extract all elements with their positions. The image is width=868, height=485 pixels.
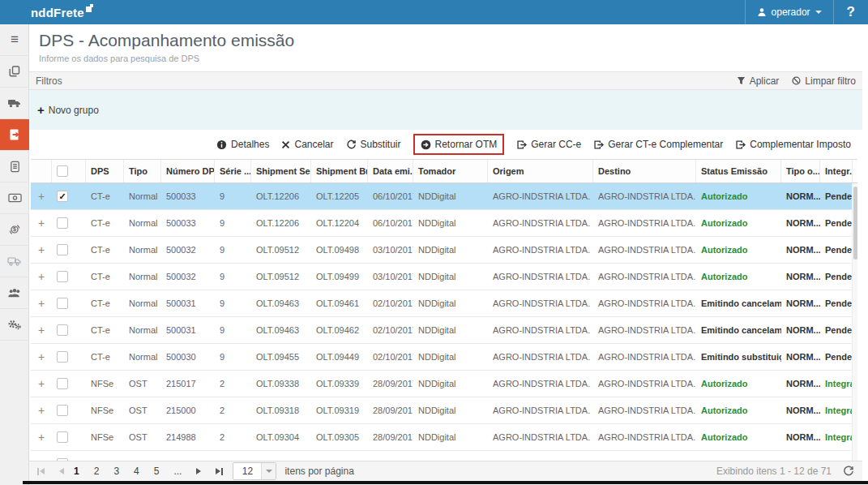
- table-row[interactable]: +NFSeOST2150172OLT.09338OLT.0933928/09/2…: [31, 371, 857, 397]
- apply-filter-label: Aplicar: [750, 75, 780, 87]
- cell-data: 02/10/2017: [368, 317, 413, 343]
- column-header-sell[interactable]: Shipment Sell: [251, 160, 311, 182]
- new-group-label: Novo grupo: [49, 105, 99, 116]
- complementar-imposto-button[interactable]: Complementar Imposto: [735, 139, 851, 150]
- column-header-tomador[interactable]: Tomador: [413, 160, 488, 182]
- page-size-select[interactable]: 12: [233, 462, 276, 480]
- column-header-destino[interactable]: Destino: [593, 160, 696, 182]
- row-expander[interactable]: +: [31, 183, 52, 209]
- detalhes-button[interactable]: Detalhes: [216, 139, 269, 150]
- table-row[interactable]: +CT-eNormal5000319OLT.09463OLT.0946102/1…: [31, 290, 857, 317]
- scrollbar-thumb[interactable]: [853, 187, 857, 260]
- cell-numero: 215000: [161, 397, 215, 423]
- pager-next-button[interactable]: [196, 468, 201, 474]
- apply-filter-button[interactable]: Aplicar: [737, 75, 780, 87]
- row-expander[interactable]: +: [31, 344, 52, 370]
- column-header-status[interactable]: Status Emissão: [696, 160, 781, 182]
- cancelar-button[interactable]: Cancelar: [281, 139, 333, 150]
- substituir-button[interactable]: Substituir: [346, 139, 401, 150]
- column-header-dps[interactable]: DPS: [86, 160, 124, 182]
- sidebar-item-fleet[interactable]: [0, 88, 29, 119]
- sidebar-item-dps-emission[interactable]: [0, 119, 29, 151]
- cell-serie: 2: [215, 424, 251, 450]
- cell-serie: 2: [215, 371, 251, 397]
- table-row[interactable]: +NFSeOST2149882OLT.09304OLT.0930528/09/2…: [31, 424, 857, 451]
- sidebar-item-users[interactable]: [0, 277, 29, 309]
- table-row[interactable]: +CT-eNormal5000309OLT.09455OLT.0944902/1…: [31, 344, 857, 371]
- column-header-check[interactable]: [52, 160, 86, 182]
- pager-first-button[interactable]: [37, 468, 45, 475]
- refresh-icon[interactable]: [843, 466, 854, 477]
- help-button[interactable]: ?: [833, 0, 868, 24]
- table-row[interactable]: +CT-eNormal5000319OLT.09463OLT.0946202/1…: [31, 317, 857, 344]
- clear-filter-button[interactable]: Limpar filtro: [792, 75, 856, 87]
- cell-tipo: Normal: [124, 344, 161, 370]
- select-all-checkbox[interactable]: [57, 165, 68, 177]
- pager-page-3[interactable]: 3: [113, 466, 119, 477]
- pager-prev-button[interactable]: [59, 468, 64, 474]
- table-row[interactable]: +✓CT-eNormal5000339OLT.12206OLT.1220506/…: [31, 183, 857, 210]
- row-expander[interactable]: +: [31, 317, 52, 343]
- cell-data: 28/09/2017: [368, 424, 413, 450]
- row-expander[interactable]: +: [31, 237, 52, 263]
- row-checkbox[interactable]: [52, 424, 86, 450]
- column-header-serie[interactable]: Série ...: [215, 160, 251, 182]
- row-checkbox[interactable]: [52, 371, 86, 397]
- row-checkbox[interactable]: ✓: [52, 183, 86, 209]
- user-menu[interactable]: operador: [745, 0, 833, 24]
- column-header-tipo[interactable]: Tipo: [124, 160, 161, 182]
- table-row[interactable]: +NFSeOST2150002OLT.09318OLT.0931928/09/2…: [31, 397, 857, 424]
- table-row[interactable]: +CT-eNormal5000329OLT.09512OLT.0949803/1…: [31, 237, 857, 264]
- pager-page-...[interactable]: ...: [173, 466, 182, 477]
- row-expander[interactable]: +: [31, 424, 52, 450]
- cell-tipo: OST: [124, 371, 161, 397]
- pager-page-5[interactable]: 5: [154, 466, 160, 477]
- table-row[interactable]: +CT-eNormal5000339OLT.12206OLT.1220406/1…: [31, 210, 857, 237]
- retornar-otm-button[interactable]: Retornar OTM: [413, 134, 505, 155]
- row-checkbox[interactable]: [52, 237, 86, 263]
- cell-destino: AGRO-INDSTRIA LTDA.: [593, 183, 696, 209]
- doc-icon: [9, 161, 21, 173]
- column-header-origem[interactable]: Origem: [488, 160, 593, 182]
- row-expander[interactable]: +: [31, 264, 52, 290]
- pager-page-4[interactable]: 4: [134, 466, 139, 477]
- vertical-scrollbar[interactable]: [852, 183, 857, 461]
- row-checkbox[interactable]: [52, 317, 86, 343]
- gerar-cte-complementar-button[interactable]: Gerar CT-e Complementar: [593, 139, 723, 150]
- filters-title: Filtros: [36, 75, 62, 87]
- gerar-cce-button[interactable]: Gerar CC-e: [516, 139, 581, 150]
- row-checkbox[interactable]: [52, 210, 86, 236]
- row-expander[interactable]: +: [31, 290, 52, 316]
- row-expander[interactable]: +: [31, 210, 52, 236]
- cell-status: Autorizado: [696, 264, 781, 290]
- row-checkbox[interactable]: [52, 264, 86, 290]
- new-group-button[interactable]: + Novo grupo: [37, 103, 99, 117]
- chevron-down-icon: [815, 11, 822, 14]
- sidebar-item-document[interactable]: [0, 151, 29, 182]
- pager-last-button[interactable]: [216, 468, 223, 475]
- column-header-buy[interactable]: Shipment Buy: [311, 160, 368, 182]
- cell-buy: OLT.09339: [311, 371, 368, 397]
- column-header-integr[interactable]: Integr...: [820, 160, 853, 182]
- signout-icon: [735, 139, 746, 150]
- sidebar-item-delivery[interactable]: [0, 246, 29, 277]
- table-row[interactable]: +CT-eNormal5000329OLT.09512OLT.0949903/1…: [31, 264, 857, 290]
- column-header-numero[interactable]: Número DPS: [161, 160, 215, 182]
- sidebar-item-documents[interactable]: [0, 56, 29, 88]
- cell-destino: AGRO-INDSTRIA LTDA.: [593, 264, 696, 290]
- column-header-data[interactable]: Data emi...: [368, 160, 413, 182]
- pager-page-1[interactable]: 1: [74, 466, 79, 477]
- column-header-tipo_o[interactable]: Tipo o...: [781, 160, 820, 182]
- row-checkbox[interactable]: [52, 397, 86, 423]
- row-checkbox[interactable]: [52, 344, 86, 370]
- row-expander[interactable]: +: [31, 371, 52, 397]
- cell-dps: CT-e: [86, 317, 124, 343]
- sidebar-item-financial[interactable]: $: [0, 214, 29, 246]
- sidebar-item-menu[interactable]: ≡: [0, 24, 29, 56]
- sidebar-item-settings[interactable]: [0, 309, 29, 341]
- complementar-imposto-label: Complementar Imposto: [750, 139, 851, 150]
- pager-page-2[interactable]: 2: [94, 466, 100, 477]
- row-checkbox[interactable]: [52, 290, 86, 316]
- sidebar-item-money[interactable]: [0, 182, 29, 214]
- row-expander[interactable]: +: [31, 397, 52, 423]
